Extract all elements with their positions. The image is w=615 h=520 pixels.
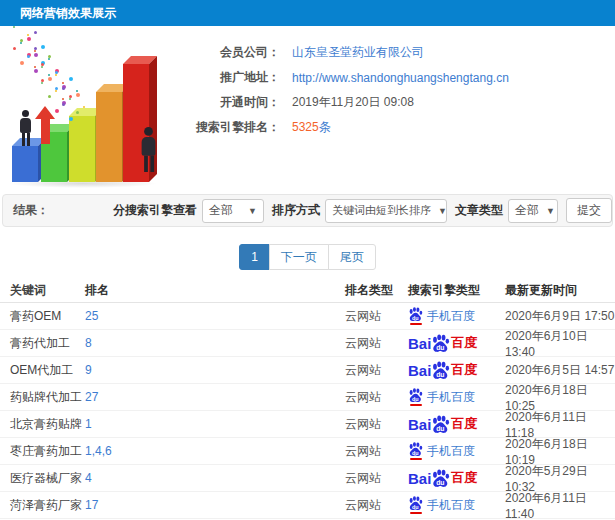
engine-cell: du 手机百度: [408, 442, 505, 460]
chevron-down-icon: ▼: [248, 206, 257, 216]
rank-type-cell: 云网站: [345, 362, 408, 379]
rank-link[interactable]: 25: [85, 309, 98, 323]
next-page-button[interactable]: 下一页: [269, 244, 329, 270]
table-row: 枣庄膏药加工 1,4,6 云网站 du 手机百度 2020年6月18日 10:1…: [0, 438, 615, 465]
svg-text:du: du: [436, 424, 444, 431]
rank-link[interactable]: 8: [85, 336, 92, 350]
engine-filter-select[interactable]: 全部 ▼: [202, 199, 264, 223]
mobile-baidu-logo: du 手机百度: [408, 496, 475, 514]
businessman-figure-right: [138, 127, 159, 172]
rank-cell: 1: [85, 417, 345, 431]
bar-chart-illustration: [2, 30, 185, 188]
baidu-paw-icon: du: [408, 442, 423, 457]
promo-url-link[interactable]: http://www.shandonghuangshengtang.cn: [292, 71, 509, 85]
keyword-cell: 药贴牌代加工: [0, 389, 85, 406]
page-1-button[interactable]: 1: [239, 244, 270, 270]
svg-text:du: du: [436, 370, 444, 377]
table-body: 膏药OEM 25 云网站 du 手机百度 2020年6月9日 17:50膏药代加…: [0, 303, 615, 519]
svg-text:du: du: [412, 396, 419, 402]
baidu-paw-icon: du: [408, 307, 423, 322]
updated-time-cell: 2020年6月5日 14:57: [505, 362, 615, 379]
col-keyword: 关键词: [0, 282, 85, 299]
article-type-select[interactable]: 全部 ▼: [508, 199, 558, 223]
col-updated: 最新更新时间: [505, 282, 615, 299]
rank-type-cell: 云网站: [345, 497, 408, 514]
info-row-company: 会员公司： 山东皇圣堂药业有限公司: [185, 40, 615, 65]
keyword-cell: 膏药OEM: [0, 308, 85, 325]
chevron-down-icon: ▼: [546, 206, 555, 216]
engine-cell: Bai du 百度: [408, 334, 505, 353]
rank-link[interactable]: 27: [85, 390, 98, 404]
col-rank: 排名: [85, 282, 345, 299]
open-time-label: 开通时间：: [185, 94, 280, 111]
col-rank-type: 排名类型: [345, 282, 408, 299]
rank-type-cell: 云网站: [345, 443, 408, 460]
keyword-cell: 菏泽膏药厂家: [0, 497, 85, 514]
table-header-row: 关键词排名排名类型搜索引擎类型最新更新时间: [0, 279, 615, 303]
growth-arrow-icon: [35, 106, 55, 144]
rank-type-cell: 云网站: [345, 416, 408, 433]
table-row: 北京膏药贴牌 1 云网站 Bai du 百度 2020年6月11日 11:18: [0, 411, 615, 438]
col-engine-type: 搜索引擎类型: [408, 282, 505, 299]
baidu-wordmark: Bai: [408, 335, 431, 352]
pagination: 1 下一页 尾页: [239, 244, 376, 270]
mobile-baidu-logo: du 手机百度: [408, 442, 475, 460]
last-page-button[interactable]: 尾页: [328, 244, 376, 270]
table-row: 菏泽膏药厂家 17 云网站 du 手机百度 2020年6月11日 11:40: [0, 492, 615, 519]
baidu-paw-icon: du: [431, 334, 450, 353]
sort-select[interactable]: 关键词由短到长排序 ▼: [325, 199, 447, 223]
baidu-paw-icon: du: [431, 361, 450, 380]
table-row: 药贴牌代加工 27 云网站 du 手机百度 2020年6月18日 10:25: [0, 384, 615, 411]
summary-section: 会员公司： 山东皇圣堂药业有限公司 推广地址： http://www.shand…: [0, 26, 615, 194]
rank-link[interactable]: 17: [85, 498, 98, 512]
baidu-paw-icon: du: [408, 388, 423, 403]
businessman-figure-left: [17, 110, 34, 146]
rank-cell: 17: [85, 498, 345, 512]
rank-link[interactable]: 4: [85, 471, 92, 485]
article-type-label: 文章类型: [455, 202, 503, 219]
svg-text:du: du: [412, 450, 419, 456]
info-row-url: 推广地址： http://www.shandonghuangshengtang.…: [185, 65, 615, 90]
baidu-wordmark: Bai: [408, 416, 431, 433]
engine-label: 百度: [451, 469, 477, 487]
baidu-logo: Bai du 百度: [408, 334, 477, 353]
table-row: OEM代加工 9 云网站 Bai du 百度 2020年6月5日 14:57: [0, 357, 615, 384]
updated-time-cell: 2020年6月9日 17:50: [505, 308, 615, 325]
chevron-down-icon: ▼: [438, 206, 447, 216]
svg-text:du: du: [436, 343, 444, 350]
table-row: 膏药代加工 8 云网站 Bai du 百度 2020年6月10日 13:40: [0, 330, 615, 357]
engine-label: 百度: [451, 334, 477, 352]
pagination-wrap: 1 下一页 尾页: [0, 227, 615, 279]
baidu-wordmark: Bai: [408, 470, 431, 487]
article-type-value: 全部: [515, 202, 539, 219]
engine-cell: Bai du 百度: [408, 361, 505, 380]
filter-toolbar: 结果： 分搜索引擎查看 全部 ▼ 排序方式 关键词由短到长排序 ▼ 文章类型 全…: [2, 194, 613, 227]
rank-link[interactable]: 1: [85, 417, 92, 431]
table-row: 医疗器械厂家 4 云网站 Bai du 百度 2020年5月29日 10:32: [0, 465, 615, 492]
baidu-paw-icon: du: [431, 415, 450, 434]
rank-cell: 1,4,6: [85, 444, 345, 458]
engine-filter-value: 全部: [209, 202, 233, 219]
baidu-logo: Bai du 百度: [408, 415, 477, 434]
rank-link[interactable]: 9: [85, 363, 92, 377]
page-titlebar: 网络营销效果展示: [0, 0, 615, 26]
keyword-cell: OEM代加工: [0, 362, 85, 379]
keyword-cell: 北京膏药贴牌: [0, 416, 85, 433]
open-time-value: 2019年11月20日 09:08: [292, 94, 414, 111]
rank-type-cell: 云网站: [345, 470, 408, 487]
ranking-count-number: 5325: [292, 120, 319, 134]
rank-type-cell: 云网站: [345, 389, 408, 406]
engine-cell: Bai du 百度: [408, 415, 505, 434]
updated-time-cell: 2020年6月11日 11:40: [505, 490, 615, 520]
submit-button[interactable]: 提交: [566, 198, 612, 223]
rank-type-cell: 云网站: [345, 308, 408, 325]
sort-label: 排序方式: [272, 202, 320, 219]
result-label: 结果：: [13, 202, 49, 219]
engine-label: 手机百度: [427, 443, 475, 460]
engine-label: 手机百度: [427, 389, 475, 406]
company-name-link[interactable]: 山东皇圣堂药业有限公司: [292, 44, 424, 61]
keyword-cell: 医疗器械厂家: [0, 470, 85, 487]
rank-link[interactable]: 1,4,6: [85, 444, 112, 458]
ranking-count-value[interactable]: 5325条: [292, 119, 331, 136]
rank-cell: 25: [85, 309, 345, 323]
